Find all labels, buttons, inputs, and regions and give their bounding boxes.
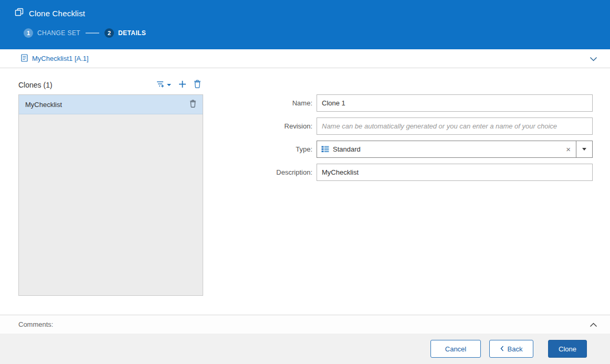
delete-item-button[interactable]: [190, 100, 196, 109]
type-clear-button[interactable]: ×: [561, 145, 576, 153]
details-form: Name: Revision: Type:: [203, 80, 593, 315]
step-2-label: DETAILS: [118, 29, 146, 37]
name-label: Name:: [203, 99, 317, 107]
chevron-left-icon: [500, 345, 504, 353]
back-button[interactable]: Back: [489, 340, 533, 358]
step-change-set[interactable]: 1 CHANGE SET: [24, 28, 80, 38]
footer-actions: Cancel Back Clone: [0, 334, 610, 364]
step-details[interactable]: 2 DETAILS: [104, 28, 146, 38]
revision-label: Revision:: [203, 122, 317, 130]
comments-label: Comments:: [18, 320, 53, 328]
chevron-up-icon[interactable]: [590, 320, 597, 329]
step-2-circle: 2: [104, 28, 114, 38]
chevron-down-icon[interactable]: [590, 54, 597, 63]
clone-item-name: MyChecklist: [25, 101, 62, 109]
step-1-label: CHANGE SET: [37, 29, 80, 37]
main-content: Clones (1): [0, 68, 610, 315]
step-1-circle: 1: [24, 28, 33, 38]
trash-icon: [194, 80, 201, 90]
chevron-down-icon: [582, 148, 586, 151]
cancel-button[interactable]: Cancel: [430, 340, 481, 358]
step-separator: [86, 33, 99, 34]
description-input[interactable]: [317, 164, 593, 181]
trash-icon: [190, 100, 196, 109]
clones-list: MyChecklist: [18, 94, 203, 296]
type-combobox[interactable]: Standard ×: [317, 141, 593, 158]
plus-icon: [178, 80, 186, 90]
type-value: Standard: [333, 145, 561, 153]
description-label: Description:: [203, 168, 317, 176]
clone-list-item[interactable]: MyChecklist: [19, 95, 203, 114]
type-dropdown-button[interactable]: [576, 141, 592, 157]
filter-dropdown-caret-icon: [167, 84, 171, 86]
name-input[interactable]: [317, 94, 593, 112]
context-item-label[interactable]: MyChecklist1 [A.1]: [32, 55, 89, 62]
filter-add-icon: [156, 80, 165, 90]
filter-add-button[interactable]: [156, 80, 171, 90]
page-title: Clone Checklist: [29, 9, 85, 18]
wizard-header: Clone Checklist 1 CHANGE SET 2 DETAILS: [0, 0, 610, 49]
checklist-icon: [21, 54, 28, 63]
comments-section: Comments:: [0, 315, 610, 334]
revision-input[interactable]: [317, 117, 593, 135]
type-table-icon: [321, 146, 329, 153]
back-button-label: Back: [508, 345, 523, 353]
add-clone-button[interactable]: [178, 80, 186, 90]
clone-icon: [15, 8, 24, 19]
delete-clone-button[interactable]: [194, 80, 201, 90]
context-bar: MyChecklist1 [A.1]: [0, 49, 610, 68]
clone-button[interactable]: Clone: [548, 340, 587, 358]
wizard-steps: 1 CHANGE SET 2 DETAILS: [24, 28, 610, 38]
type-label: Type:: [203, 145, 317, 153]
clones-panel-title: Clones (1): [18, 80, 52, 89]
clones-panel: Clones (1): [18, 80, 203, 315]
